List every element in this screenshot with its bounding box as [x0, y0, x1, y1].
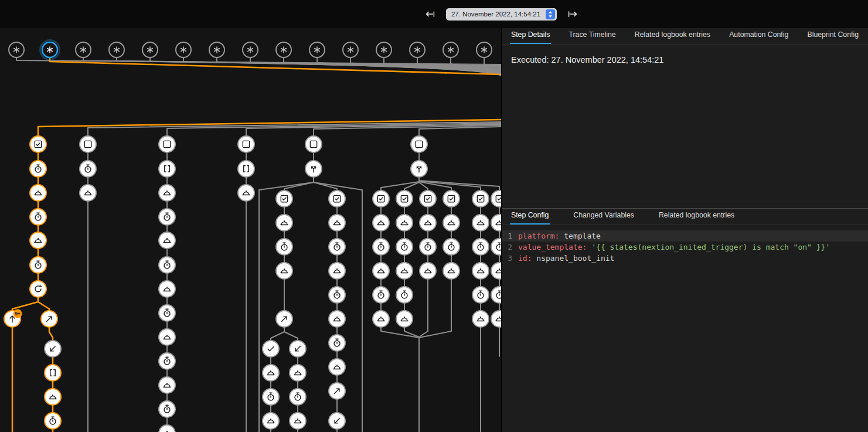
- step-node-timer[interactable]: [420, 239, 436, 255]
- step-node-timer[interactable]: [329, 335, 345, 351]
- step-node-service[interactable]: [396, 215, 413, 231]
- step-node-service[interactable]: [30, 232, 46, 249]
- tab-related-logbook-entries[interactable]: Related logbook entries: [658, 211, 736, 224]
- tab-step-details[interactable]: Step Details: [510, 30, 551, 44]
- step-node-timer[interactable]: [443, 239, 459, 255]
- tab-related-logbook-entries[interactable]: Related logbook entries: [634, 30, 712, 44]
- step-node-service[interactable]: [290, 413, 306, 429]
- step-node-service[interactable]: [420, 263, 436, 279]
- step-node-service[interactable]: [329, 215, 345, 231]
- step-node-checkbox-blank[interactable]: [305, 136, 322, 152]
- step-node-timer[interactable]: [472, 287, 489, 303]
- step-node-checkbox-marked[interactable]: [396, 191, 413, 207]
- step-node-timer[interactable]: [159, 353, 175, 369]
- trigger-node[interactable]: [343, 42, 358, 57]
- step-node-service[interactable]: [396, 311, 413, 327]
- step-node-service[interactable]: [276, 263, 292, 279]
- step-node-timer[interactable]: [373, 239, 389, 255]
- step-node-checkbox-marked[interactable]: [373, 191, 389, 207]
- trigger-node[interactable]: [276, 42, 291, 57]
- step-node-brackets[interactable]: [238, 161, 254, 177]
- step-node-service[interactable]: [329, 359, 345, 375]
- step-node-timer[interactable]: [263, 389, 279, 405]
- run-select[interactable]: 27. November 2022, 14:54:21: [446, 8, 557, 21]
- step-node-service[interactable]: [263, 413, 279, 429]
- step-node-service[interactable]: [491, 311, 501, 327]
- step-node-checkbox-marked[interactable]: [491, 191, 501, 207]
- step-node-service[interactable]: [159, 281, 175, 297]
- step-node-service[interactable]: [396, 263, 413, 279]
- step-node-arrow-up-right[interactable]: [41, 311, 57, 327]
- step-node-service[interactable]: [373, 263, 389, 279]
- step-node-brackets[interactable]: [45, 365, 61, 381]
- step-node-service[interactable]: [238, 185, 254, 201]
- step-node-service[interactable]: [80, 185, 96, 201]
- trigger-node[interactable]: [9, 42, 24, 57]
- trigger-node[interactable]: [443, 42, 458, 57]
- step-node-service[interactable]: [472, 263, 489, 279]
- step-node-timer[interactable]: [80, 161, 96, 177]
- step-node-service[interactable]: [159, 185, 175, 201]
- step-node-check[interactable]: [263, 341, 279, 357]
- step-node-brackets[interactable]: [159, 161, 175, 177]
- step-node-service[interactable]: [373, 311, 389, 327]
- step-node-timer[interactable]: [290, 389, 306, 405]
- step-node-arrow-up[interactable]: 9+: [4, 309, 22, 328]
- step-node-service[interactable]: [472, 215, 489, 231]
- next-run-button[interactable]: [566, 8, 580, 21]
- trigger-node[interactable]: [76, 42, 91, 57]
- step-node-timer[interactable]: [276, 239, 292, 255]
- step-node-timer[interactable]: [45, 413, 61, 429]
- step-node-service[interactable]: [159, 329, 175, 345]
- step-node-service[interactable]: [443, 263, 459, 279]
- step-node-timer[interactable]: [159, 257, 175, 273]
- step-node-checkbox-marked[interactable]: [443, 191, 459, 207]
- step-node-arrow-down-left[interactable]: [290, 341, 306, 357]
- step-node-timer[interactable]: [329, 239, 345, 255]
- step-node-checkbox-blank[interactable]: [238, 136, 254, 152]
- step-node-service[interactable]: [290, 365, 306, 381]
- step-node-service[interactable]: [420, 215, 436, 231]
- step-node-checkbox-marked[interactable]: [472, 191, 489, 207]
- step-node-timer[interactable]: [159, 209, 175, 225]
- step-node-timer[interactable]: [491, 239, 501, 255]
- step-node-repeat[interactable]: [30, 281, 46, 297]
- tab-step-config[interactable]: Step Config: [510, 211, 550, 224]
- step-node-service[interactable]: [491, 263, 501, 279]
- step-node-service[interactable]: [329, 311, 345, 327]
- trigger-node[interactable]: [376, 42, 392, 57]
- step-node-service[interactable]: [159, 425, 175, 432]
- step-node-timer[interactable]: [373, 287, 389, 303]
- trigger-node[interactable]: [209, 42, 224, 57]
- step-node-timer[interactable]: [329, 287, 345, 303]
- step-node-timer[interactable]: [159, 305, 175, 321]
- trigger-node[interactable]: [176, 42, 191, 57]
- trigger-node[interactable]: [309, 42, 325, 57]
- trigger-node-selected[interactable]: [40, 40, 60, 60]
- tab-trace-timeline[interactable]: Trace Timeline: [567, 30, 617, 44]
- step-node-timer[interactable]: [491, 287, 501, 303]
- step-node-arrow-up-right[interactable]: [329, 383, 345, 399]
- trigger-node[interactable]: [410, 42, 425, 57]
- step-node-choose[interactable]: [305, 161, 322, 177]
- trigger-node[interactable]: [142, 42, 158, 57]
- step-node-arrow-down-left[interactable]: [329, 413, 345, 429]
- previous-run-button[interactable]: [423, 8, 437, 21]
- tab-automation-config[interactable]: Automation Config: [728, 30, 789, 44]
- step-node-timer[interactable]: [159, 401, 175, 417]
- step-node-service[interactable]: [491, 215, 501, 231]
- step-node-checkbox-marked[interactable]: [329, 191, 345, 207]
- tab-blueprint-config[interactable]: Blueprint Config: [806, 30, 860, 44]
- step-node-timer[interactable]: [30, 209, 46, 225]
- tab-changed-variables[interactable]: Changed Variables: [572, 211, 635, 224]
- step-node-service[interactable]: [45, 389, 61, 405]
- step-node-choose[interactable]: [411, 161, 427, 177]
- step-node-service[interactable]: [159, 232, 175, 249]
- step-node-timer[interactable]: [396, 239, 413, 255]
- step-node-service[interactable]: [263, 365, 279, 381]
- trigger-node[interactable]: [243, 42, 258, 57]
- trigger-node[interactable]: [476, 42, 492, 57]
- step-node-service[interactable]: [472, 311, 489, 327]
- step-node-checkbox-blank[interactable]: [159, 136, 175, 152]
- trigger-node[interactable]: [109, 42, 124, 57]
